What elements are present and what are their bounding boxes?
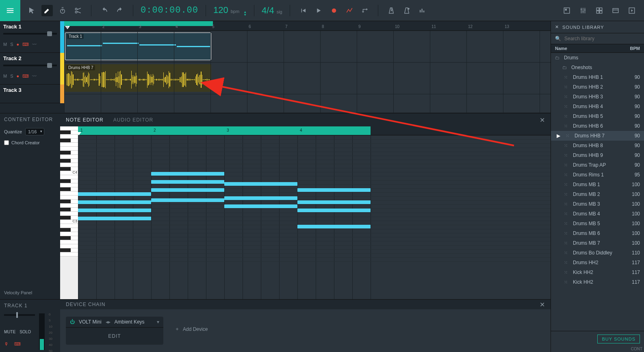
- library-item[interactable]: ⁙Drums MB 7100: [551, 238, 644, 248]
- instrument-device[interactable]: ⏻ VOLT Mini ◂▸ Ambient Keys ▾ EDIT: [66, 317, 163, 345]
- library-item[interactable]: ⁙Drums HHB 890: [551, 141, 644, 150]
- note-ruler[interactable]: 1234: [78, 126, 551, 135]
- arm-record-icon[interactable]: 🎙: [4, 341, 9, 347]
- automation-icon[interactable]: 〰: [32, 74, 37, 79]
- midi-note[interactable]: [78, 192, 151, 196]
- keyboard-icon[interactable]: ⌨: [22, 42, 29, 47]
- mute-button[interactable]: M: [3, 42, 7, 47]
- midi-note[interactable]: [151, 172, 224, 176]
- countin-button[interactable]: [401, 5, 412, 16]
- midi-note[interactable]: [151, 180, 224, 184]
- midi-note[interactable]: [224, 204, 297, 208]
- device-close[interactable]: ✕: [540, 301, 545, 309]
- track-row-3[interactable]: [64, 94, 551, 113]
- track-header-3[interactable]: Track 3: [0, 85, 60, 103]
- automation-icon[interactable]: 〰: [32, 42, 37, 47]
- library-item[interactable]: ▶⁙Drums HHB 790: [551, 131, 644, 141]
- library-toggle[interactable]: [626, 5, 637, 16]
- solo-label[interactable]: SOLO: [20, 330, 31, 334]
- midi-note[interactable]: [297, 209, 371, 212]
- library-item[interactable]: ⁙Drums HHB 690: [551, 121, 644, 131]
- panel-toggle-3[interactable]: [610, 5, 621, 16]
- midi-note[interactable]: [151, 188, 224, 192]
- loop-button[interactable]: [359, 5, 371, 16]
- library-item[interactable]: ⁙Kick HH2117: [551, 267, 644, 277]
- col-bpm[interactable]: BPM: [630, 46, 640, 51]
- tab-note-editor[interactable]: NOTE EDITOR: [66, 117, 104, 123]
- panel-toggle-2[interactable]: [594, 5, 605, 16]
- note-grid[interactable]: 1234: [78, 126, 551, 299]
- library-item[interactable]: ⁙Drums HHB 390: [551, 92, 644, 102]
- library-item[interactable]: ⁙Drums MB 3100: [551, 199, 644, 209]
- pencil-tool[interactable]: [41, 5, 53, 16]
- track-header-1[interactable]: Track 1 M S ● ⌨ 〰: [0, 21, 60, 53]
- metronome-button[interactable]: [386, 5, 397, 16]
- master-volume-button[interactable]: [416, 5, 428, 16]
- library-search[interactable]: 🔍: [551, 33, 644, 44]
- library-list[interactable]: 🗀 Drums 🗀 Oneshots ⁙Drums HHB 190⁙Drums …: [551, 53, 644, 331]
- undo-button[interactable]: [99, 5, 110, 16]
- note-playhead[interactable]: [78, 132, 81, 135]
- library-item[interactable]: ⁙Drums HHB 990: [551, 150, 644, 160]
- timesig-display[interactable]: 4/4 sig: [262, 5, 282, 16]
- note-loop-region[interactable]: [78, 126, 371, 135]
- track-header-2[interactable]: Track 2 M S ● ⌨ 〰: [0, 53, 60, 85]
- midi-note[interactable]: [297, 200, 371, 204]
- mixer-button[interactable]: [577, 5, 589, 16]
- library-item[interactable]: ⁙Drums Rims 195: [551, 170, 644, 180]
- quantize-select[interactable]: 1/16: [25, 128, 44, 135]
- midi-note[interactable]: [297, 225, 371, 228]
- velocity-panel-label[interactable]: Velocity Panel: [4, 290, 32, 295]
- add-device-button[interactable]: ＋ Add Device: [175, 326, 208, 332]
- library-item[interactable]: ⁙Drums Trap AP90: [551, 160, 644, 170]
- mute-label[interactable]: MUTE: [4, 330, 15, 334]
- power-icon[interactable]: ⏻: [70, 319, 75, 325]
- midi-note[interactable]: [224, 182, 297, 186]
- cursor-tool[interactable]: [26, 5, 37, 16]
- bpm-down[interactable]: ▼: [243, 13, 247, 16]
- volume-slider[interactable]: [3, 33, 57, 35]
- mute-button[interactable]: M: [3, 74, 7, 79]
- track-row-1[interactable]: Track 1: [64, 31, 551, 63]
- solo-button[interactable]: S: [10, 42, 13, 47]
- timeline-ruler[interactable]: 12345678910111213: [64, 21, 551, 31]
- midi-note[interactable]: [78, 209, 151, 212]
- audio-clip[interactable]: Drums HHB 7: [65, 64, 211, 92]
- volume-slider[interactable]: [3, 65, 57, 66]
- midi-note[interactable]: [297, 188, 371, 192]
- panel-toggle-1[interactable]: [561, 5, 572, 16]
- bpm-display[interactable]: 120 bpm ▲▼: [213, 5, 247, 16]
- chevron-down-icon[interactable]: ▾: [157, 319, 159, 325]
- library-item[interactable]: ⁙Kick HH2117: [551, 277, 644, 287]
- buy-sounds-button[interactable]: BUY SOUNDS: [597, 335, 640, 343]
- midi-clip[interactable]: Track 1: [65, 33, 211, 60]
- tab-audio-editor[interactable]: AUDIO EDITOR: [113, 117, 153, 123]
- library-item[interactable]: ⁙Drums HH2117: [551, 258, 644, 267]
- library-item[interactable]: ⁙Drums MB 2100: [551, 189, 644, 199]
- midi-note[interactable]: [151, 198, 224, 202]
- play-button[interactable]: [313, 5, 324, 16]
- editor-close[interactable]: ✕: [540, 116, 545, 124]
- library-item[interactable]: ⁙Drums Bo Diddley110: [551, 248, 644, 258]
- rewind-button[interactable]: [297, 5, 309, 16]
- piano-keys[interactable]: C4C3: [60, 126, 78, 299]
- stopwatch-tool[interactable]: [57, 5, 68, 16]
- automation-button[interactable]: [344, 5, 355, 16]
- library-item[interactable]: ⁙Drums MB 5100: [551, 219, 644, 228]
- midi-note[interactable]: [78, 200, 151, 204]
- arm-icon[interactable]: ●: [17, 42, 20, 47]
- record-button[interactable]: [328, 5, 340, 16]
- track-volume-slider[interactable]: [4, 314, 35, 316]
- keyboard-icon[interactable]: ⌨: [22, 74, 29, 79]
- loop-region[interactable]: [64, 21, 213, 26]
- edit-button[interactable]: EDIT: [66, 328, 163, 345]
- preset-name[interactable]: Ambient Keys: [115, 319, 145, 325]
- midi-note[interactable]: [78, 217, 151, 220]
- library-item[interactable]: ⁙Drums HHB 190: [551, 72, 644, 82]
- library-item[interactable]: ⁙Drums HHB 290: [551, 82, 644, 92]
- midi-note[interactable]: [224, 196, 297, 200]
- solo-button[interactable]: S: [10, 74, 13, 79]
- arm-icon[interactable]: ●: [17, 74, 20, 79]
- library-item[interactable]: ⁙Drums MB 4100: [551, 209, 644, 219]
- library-item[interactable]: ⁙Drums MB 6100: [551, 228, 644, 238]
